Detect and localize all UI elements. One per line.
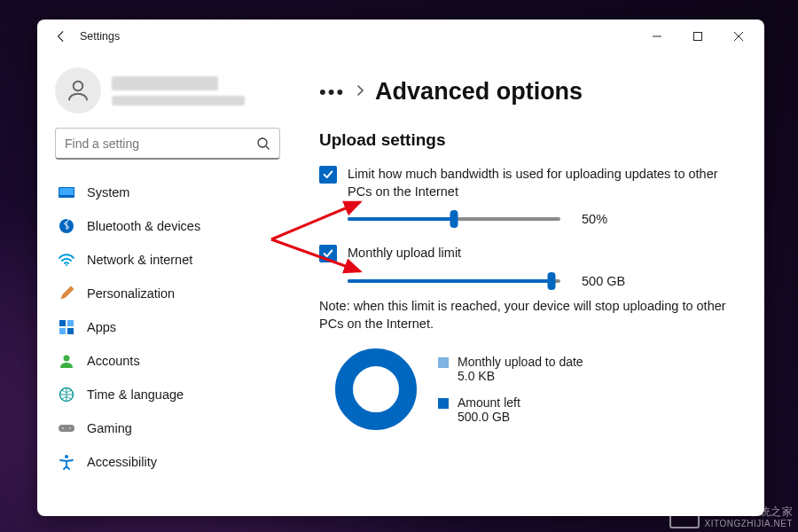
minimize-button[interactable] [637, 22, 677, 51]
svg-rect-10 [67, 328, 74, 334]
bandwidth-checkbox[interactable] [319, 166, 337, 184]
search-box[interactable] [55, 128, 280, 160]
legend-left-label: Amount left [458, 395, 520, 410]
watermark: 系统之家 XITONGZHIJIA.NET [669, 504, 794, 528]
sidebar-item-label: System [87, 185, 129, 200]
search-icon [256, 137, 270, 151]
bandwidth-slider-row: 50% [348, 211, 745, 227]
system-icon [59, 184, 74, 200]
sidebar-item-label: Apps [87, 320, 116, 334]
bluetooth-icon [59, 218, 74, 234]
sidebar-item-apps[interactable]: Apps [55, 310, 280, 344]
section-title: Upload settings [319, 130, 745, 150]
bandwidth-slider[interactable] [348, 211, 560, 227]
breadcrumb: ••• Advanced options [319, 78, 745, 106]
sidebar-item-label: Bluetooth & devices [87, 219, 200, 233]
maximize-button[interactable] [677, 22, 718, 51]
monthly-checkbox[interactable] [319, 245, 337, 262]
monthly-value: 500 GB [582, 274, 635, 288]
monthly-slider[interactable] [348, 273, 560, 289]
monthly-slider-row: 500 GB [348, 273, 745, 289]
main-content: ••• Advanced options Upload settings Lim… [294, 53, 764, 516]
monthly-label: Monthly upload limit [348, 245, 461, 262]
window-controls [637, 22, 759, 51]
svg-point-15 [69, 427, 71, 429]
legend-left-value: 500.0 GB [458, 410, 520, 424]
sidebar-item-label: Personalization [87, 286, 175, 301]
globe-icon [59, 387, 74, 403]
watermark-line1: 系统之家 [705, 506, 794, 519]
window-title: Settings [80, 30, 120, 43]
limit-note: Note: when this limit is reached, your d… [319, 298, 745, 332]
svg-rect-7 [59, 320, 66, 326]
svg-rect-13 [59, 425, 74, 432]
page-title: Advanced options [375, 78, 583, 106]
gaming-icon [59, 420, 74, 436]
legend-uploaded-label: Monthly upload to date [458, 355, 583, 369]
sidebar-item-label: Accessibility [87, 455, 157, 469]
wifi-icon [59, 252, 74, 268]
sidebar-item-gaming[interactable]: Gaming [55, 411, 280, 445]
svg-point-14 [62, 427, 64, 429]
legend-uploaded-value: 5.0 KB [458, 369, 583, 383]
search-input[interactable] [65, 137, 256, 151]
sidebar-item-accounts[interactable]: Accounts [55, 344, 280, 378]
titlebar: Settings [37, 20, 764, 53]
close-button[interactable] [718, 22, 759, 51]
svg-point-11 [64, 356, 70, 362]
avatar [55, 67, 101, 113]
svg-rect-0 [694, 33, 702, 41]
legend-swatch-icon [438, 357, 449, 368]
nav-list: System Bluetooth & devices Network & int… [55, 176, 280, 516]
sidebar-item-label: Gaming [87, 421, 132, 435]
legend-item-left: Amount left 500.0 GB [438, 395, 583, 424]
svg-rect-4 [59, 188, 74, 195]
settings-window: Settings [37, 20, 764, 516]
watermark-logo-icon [669, 504, 700, 528]
watermark-line2: XITONGZHIJIA.NET [705, 519, 794, 529]
sidebar-item-accessibility[interactable]: Accessibility [55, 445, 280, 479]
monthly-option: Monthly upload limit [319, 245, 745, 262]
bandwidth-value: 50% [582, 212, 635, 226]
sidebar-item-time[interactable]: Time & language [55, 378, 280, 411]
sidebar-item-network[interactable]: Network & internet [55, 243, 280, 277]
profile-block[interactable] [55, 67, 280, 113]
usage-chart: Monthly upload to date 5.0 KB Amount lef… [335, 348, 745, 430]
accessibility-icon [59, 454, 74, 470]
accounts-icon [59, 353, 74, 369]
sidebar-item-label: Network & internet [87, 253, 192, 267]
legend: Monthly upload to date 5.0 KB Amount lef… [438, 355, 583, 424]
profile-text [112, 76, 245, 106]
profile-name-redacted [112, 76, 218, 90]
breadcrumb-ellipsis[interactable]: ••• [319, 81, 345, 104]
sidebar-item-personalization[interactable]: Personalization [55, 277, 280, 310]
legend-swatch-icon [438, 398, 449, 409]
svg-rect-8 [67, 320, 74, 326]
sidebar-item-bluetooth[interactable]: Bluetooth & devices [55, 209, 280, 243]
brush-icon [59, 286, 74, 301]
svg-point-16 [65, 455, 68, 458]
back-button[interactable] [50, 25, 73, 48]
bandwidth-label: Limit how much bandwidth is used for upl… [348, 166, 745, 200]
svg-point-6 [66, 264, 67, 266]
donut-chart [335, 348, 417, 430]
svg-point-2 [258, 138, 267, 147]
apps-icon [59, 319, 74, 335]
chevron-right-icon [356, 84, 364, 100]
sidebar-item-label: Accounts [87, 354, 140, 368]
svg-rect-9 [59, 328, 66, 334]
profile-email-redacted [112, 96, 245, 106]
sidebar-item-label: Time & language [87, 387, 184, 402]
svg-point-1 [74, 82, 83, 91]
sidebar: System Bluetooth & devices Network & int… [37, 53, 294, 516]
legend-item-uploaded: Monthly upload to date 5.0 KB [438, 355, 583, 383]
bandwidth-option: Limit how much bandwidth is used for upl… [319, 166, 745, 200]
sidebar-item-system[interactable]: System [55, 176, 280, 209]
